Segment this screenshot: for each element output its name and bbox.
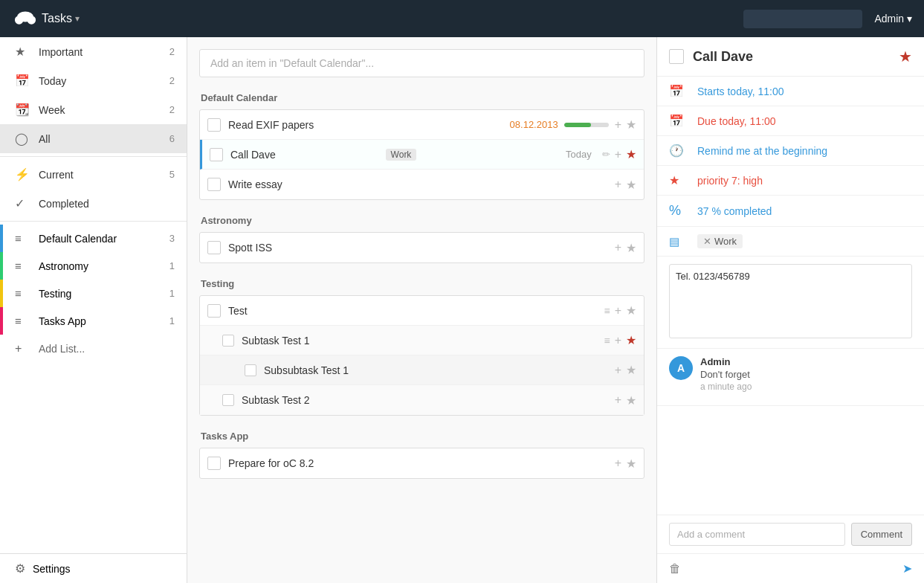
- star-icon: ★: [15, 45, 31, 59]
- task-checkbox[interactable]: [207, 118, 221, 132]
- sidebar-label: Default Calendar: [39, 233, 169, 245]
- detail-completed[interactable]: 37 % completed: [697, 205, 772, 217]
- task-checkbox[interactable]: [245, 364, 256, 376]
- sidebar-item-astronomy[interactable]: ≡ Astronomy 1: [0, 252, 187, 280]
- completed-icon: ✓: [15, 196, 31, 210]
- task-lines-icon[interactable]: ≡: [604, 305, 610, 317]
- percent-icon: %: [669, 203, 690, 219]
- task-checkbox[interactable]: [207, 457, 221, 470]
- sidebar-label: Tasks App: [39, 315, 169, 327]
- app-title-arrow[interactable]: ▾: [75, 13, 80, 24]
- task-checkbox[interactable]: [207, 304, 221, 318]
- task-star-icon[interactable]: ★: [626, 457, 636, 471]
- detail-title: Call Dave: [693, 49, 899, 65]
- task-edit-icon[interactable]: ✏: [602, 149, 610, 160]
- task-star-icon[interactable]: ★: [626, 333, 636, 347]
- add-comment-input[interactable]: [669, 523, 845, 546]
- sidebar-add-list[interactable]: + Add List...: [0, 335, 187, 363]
- task-star-icon[interactable]: ★: [626, 393, 636, 408]
- detail-starts[interactable]: Starts today, 11:00: [697, 86, 784, 97]
- admin-menu[interactable]: Admin ▾: [874, 13, 912, 25]
- detail-row-completed: % 37 % completed: [657, 196, 924, 227]
- task-list-testing: Test ≡ + ★ Subtask Test 1 ≡ + ★: [199, 295, 644, 416]
- task-add-icon[interactable]: +: [615, 457, 621, 470]
- list-icon: ≡: [15, 287, 31, 300]
- send-icon[interactable]: ➤: [902, 561, 912, 576]
- task-list-astronomy: Spott ISS + ★: [199, 232, 644, 263]
- sidebar-label: Today: [39, 75, 169, 87]
- svg-point-2: [28, 16, 36, 25]
- sidebar: ★ Important 2 📅 Today 2 📆 Week 2 ◯ All 6…: [0, 37, 187, 583]
- detail-remind[interactable]: Remind me at the beginning: [697, 145, 827, 157]
- task-checkbox[interactable]: [207, 178, 221, 191]
- task-checkbox[interactable]: [207, 241, 221, 254]
- task-star-icon[interactable]: ★: [626, 147, 636, 161]
- task-row: Write essay + ★: [200, 170, 644, 199]
- detail-notes-input[interactable]: Tel. 0123/456789: [669, 264, 912, 338]
- app-logo: [12, 5, 39, 32]
- tag-icon: ▤: [669, 235, 690, 248]
- sidebar-divider-2: [0, 221, 187, 222]
- task-star-icon[interactable]: ★: [626, 178, 636, 192]
- task-add-icon[interactable]: +: [615, 178, 621, 191]
- task-date: 08.12.2013: [510, 119, 558, 130]
- detail-checkbox[interactable]: [669, 49, 684, 64]
- search-input[interactable]: [743, 10, 862, 28]
- detail-star-icon[interactable]: ★: [899, 48, 912, 65]
- sidebar-item-today[interactable]: 📅 Today 2: [0, 66, 187, 95]
- task-star-icon[interactable]: ★: [626, 303, 636, 318]
- task-progress-fill: [564, 123, 591, 127]
- task-name: Subsubtask Test 1: [264, 364, 439, 376]
- detail-due[interactable]: Due today, 11:00: [697, 115, 776, 127]
- task-checkbox[interactable]: [222, 335, 234, 347]
- task-star-icon[interactable]: ★: [626, 363, 636, 377]
- task-star-icon[interactable]: ★: [626, 117, 636, 132]
- svg-point-1: [15, 16, 24, 25]
- task-checkbox[interactable]: [222, 394, 234, 406]
- task-star-icon[interactable]: ★: [626, 241, 636, 255]
- task-add-icon[interactable]: +: [615, 393, 621, 407]
- detail-tag[interactable]: ✕ Work: [697, 234, 743, 248]
- sidebar-item-important[interactable]: ★ Important 2: [0, 37, 187, 66]
- task-name: Subtask Test 2: [242, 394, 428, 406]
- sidebar-item-all[interactable]: ◯ All 6: [0, 124, 187, 153]
- week-icon: 📆: [15, 103, 31, 117]
- task-checkbox[interactable]: [210, 148, 223, 161]
- task-row: Prepare for oC 8.2 + ★: [200, 448, 644, 478]
- tag-remove-icon[interactable]: ✕: [703, 236, 711, 247]
- task-date: Today: [566, 149, 592, 160]
- sidebar-label: Week: [39, 104, 169, 116]
- sidebar-item-default-calendar[interactable]: ≡ Default Calendar 3: [0, 225, 187, 252]
- task-add-icon[interactable]: +: [615, 334, 621, 347]
- sidebar-count: 2: [169, 104, 175, 115]
- sidebar-item-completed[interactable]: ✓ Completed: [0, 189, 187, 218]
- sidebar-item-testing[interactable]: ≡ Testing 1: [0, 280, 187, 307]
- add-list-label: Add List...: [39, 343, 175, 355]
- task-add-icon[interactable]: +: [615, 304, 621, 318]
- task-name: Prepare for oC 8.2: [228, 457, 421, 469]
- detail-comment-row: A Admin Don't forget a minute ago: [669, 356, 912, 392]
- sidebar-item-current[interactable]: ⚡ Current 5: [0, 160, 187, 189]
- task-lines-icon[interactable]: ≡: [604, 335, 610, 347]
- tag-label: Work: [714, 236, 737, 247]
- task-list-tasks-app: Prepare for oC 8.2 + ★: [199, 448, 644, 479]
- sidebar-settings[interactable]: ⚙ Settings: [0, 553, 187, 583]
- detail-panel: Call Dave ★ 📅 Starts today, 11:00 📅 Due …: [656, 37, 924, 583]
- sidebar-count: 1: [169, 315, 175, 326]
- task-add-icon[interactable]: +: [615, 118, 621, 132]
- sidebar-label: Completed: [39, 198, 175, 210]
- detail-priority[interactable]: priority 7: high: [697, 175, 763, 187]
- task-add-icon[interactable]: +: [615, 148, 621, 161]
- settings-icon: ⚙: [15, 561, 25, 576]
- add-item-bar[interactable]: Add an item in "Default Calendar"...: [199, 49, 644, 77]
- comment-button[interactable]: Comment: [851, 523, 912, 546]
- sidebar-label: Testing: [39, 288, 169, 300]
- settings-label: Settings: [33, 563, 71, 575]
- trash-icon[interactable]: 🗑: [669, 562, 681, 576]
- sidebar-item-tasks-app[interactable]: ≡ Tasks App 1: [0, 307, 187, 335]
- task-add-icon[interactable]: +: [615, 241, 621, 254]
- task-add-icon[interactable]: +: [615, 364, 621, 377]
- comment-content: Admin Don't forget a minute ago: [700, 356, 912, 392]
- sidebar-item-week[interactable]: 📆 Week 2: [0, 95, 187, 124]
- all-icon: ◯: [15, 132, 31, 146]
